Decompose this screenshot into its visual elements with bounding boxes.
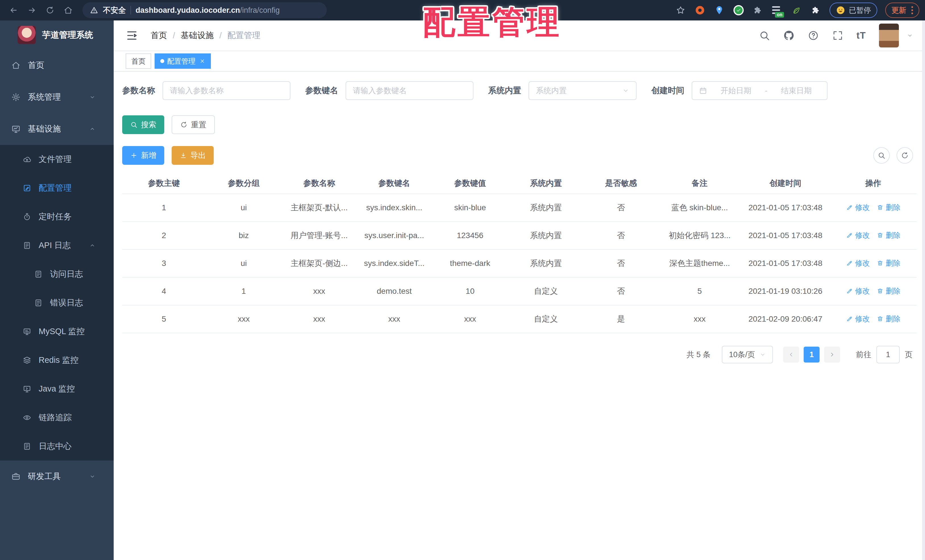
param-name-input[interactable] xyxy=(163,81,291,100)
user-avatar[interactable] xyxy=(879,24,899,47)
paused-extension-button[interactable]: 已暂停 xyxy=(830,3,877,18)
close-icon[interactable] xyxy=(199,58,205,64)
search-icon xyxy=(878,151,886,160)
sidebar-item[interactable]: 研发工具 xyxy=(0,461,114,492)
sidebar-item[interactable]: API 日志 xyxy=(0,231,114,260)
param-key-input[interactable] xyxy=(345,81,473,100)
tag-view[interactable]: 配置管理 xyxy=(155,53,211,69)
breadcrumb-item[interactable]: 配置管理 xyxy=(227,30,260,41)
table-cell: 蓝色 skin-blue... xyxy=(658,194,741,221)
extension-donut-icon[interactable] xyxy=(694,5,706,16)
delete-link[interactable]: 删除 xyxy=(877,203,901,212)
paused-label: 已暂停 xyxy=(849,5,871,15)
date-range-picker[interactable]: 开始日期 - 结束日期 xyxy=(692,81,827,100)
sidebar-item-label: 访问日志 xyxy=(50,268,83,280)
browser-address-bar[interactable]: 不安全 dashboard.yudao.iocoder.cn/infra/con… xyxy=(83,2,327,18)
fullscreen-icon[interactable] xyxy=(832,30,844,41)
sidebar-item[interactable]: 访问日志 xyxy=(0,260,114,288)
sidebar-item[interactable]: Redis 监控 xyxy=(0,346,114,375)
refresh-round-button[interactable] xyxy=(896,147,913,164)
edit-link-label: 修改 xyxy=(855,203,870,212)
export-button[interactable]: 导出 xyxy=(172,146,214,165)
browser-reload-button[interactable] xyxy=(42,2,58,18)
delete-link[interactable]: 删除 xyxy=(877,258,901,268)
breadcrumb-separator: / xyxy=(173,31,175,40)
line-icon xyxy=(772,6,780,8)
page-size-select[interactable]: 10条/页 xyxy=(722,346,773,363)
delete-link-label: 删除 xyxy=(886,258,901,268)
sidebar-item[interactable]: Java 监控 xyxy=(0,375,114,403)
sidebar-item[interactable]: 系统管理 xyxy=(0,81,114,113)
sidebar-item[interactable]: 文件管理 xyxy=(0,145,114,174)
column-header: 系统内置 xyxy=(508,173,584,194)
edit-link[interactable]: 修改 xyxy=(846,258,870,268)
sidebar-item-label: 首页 xyxy=(28,60,44,71)
browser-menu-kebab-icon[interactable] xyxy=(911,6,913,14)
table-cell: 5 xyxy=(122,305,205,333)
edit-link[interactable]: 修改 xyxy=(846,286,870,296)
table-cell: theme-dark xyxy=(432,250,508,277)
sidebar-item[interactable]: 配置管理 xyxy=(0,174,114,202)
delete-link[interactable]: 删除 xyxy=(877,286,901,296)
edit-link[interactable]: 修改 xyxy=(846,203,870,212)
sidebar-item[interactable]: 链路追踪 xyxy=(0,403,114,432)
table-cell: 2021-02-09 20:06:47 xyxy=(741,305,830,333)
sidebar-item[interactable]: 首页 xyxy=(0,50,114,81)
prev-page-button[interactable] xyxy=(783,347,799,363)
browser-back-button[interactable] xyxy=(6,2,22,18)
search-button[interactable]: 搜索 xyxy=(122,115,164,134)
puzzle-icon xyxy=(811,6,820,15)
table-cell: ui xyxy=(205,250,282,277)
delete-link[interactable]: 删除 xyxy=(877,314,901,324)
breadcrumb-item[interactable]: 首页 xyxy=(151,30,167,41)
sidebar-item[interactable]: 基础设施 xyxy=(0,113,114,145)
chevron-down-icon[interactable] xyxy=(907,32,913,39)
tag-view[interactable]: 首页 xyxy=(126,53,151,69)
breadcrumb-item[interactable]: 基础设施 xyxy=(181,30,214,41)
pencil-icon xyxy=(846,288,853,294)
page-1-button[interactable]: 1 xyxy=(804,347,820,363)
next-page-button[interactable] xyxy=(824,347,840,363)
page-scrollbar[interactable] xyxy=(922,21,925,560)
search-icon[interactable] xyxy=(759,30,770,41)
sidebar-item-label: MySQL 监控 xyxy=(39,326,85,337)
extension-pin-icon[interactable] xyxy=(714,5,725,16)
sidebar-item[interactable]: 日志中心 xyxy=(0,432,114,461)
config-table: 参数主键参数分组参数名称参数键名参数键值系统内置是否敏感备注创建时间操作 1ui… xyxy=(122,173,916,333)
timer-icon xyxy=(23,212,31,221)
bookmark-star-icon[interactable] xyxy=(675,5,686,16)
edit-link[interactable]: 修改 xyxy=(846,230,870,240)
search-toggle-round-button[interactable] xyxy=(873,147,890,164)
github-icon[interactable] xyxy=(783,30,795,41)
delete-link[interactable]: 删除 xyxy=(877,230,901,240)
font-size-icon[interactable]: tT xyxy=(857,30,866,41)
chevron-up-icon xyxy=(89,242,95,248)
browser-update-button[interactable]: 更新 xyxy=(885,3,919,18)
sidebar-item-label: 基础设施 xyxy=(28,123,61,135)
browser-home-button[interactable] xyxy=(60,2,76,18)
extension-puzzle-blue-icon[interactable] xyxy=(752,5,764,16)
chevron-down-icon xyxy=(89,94,95,100)
url-separator xyxy=(130,6,131,15)
edit-link[interactable]: 修改 xyxy=(846,314,870,324)
help-icon[interactable] xyxy=(807,30,819,41)
sidebar-item[interactable]: MySQL 监控 xyxy=(0,317,114,346)
builtin-select[interactable]: 系统内置 xyxy=(529,81,637,100)
reset-button[interactable]: 重置 xyxy=(172,115,215,134)
goto-page-input[interactable] xyxy=(877,346,900,363)
extension-on-badge-icon[interactable]: on xyxy=(771,5,783,16)
extensions-menu-icon[interactable] xyxy=(810,5,821,16)
browser-forward-button[interactable] xyxy=(24,2,40,18)
extension-leaf-icon[interactable] xyxy=(791,5,802,16)
extension-check-icon[interactable] xyxy=(733,5,744,16)
tagbar: 首页配置管理 xyxy=(114,51,925,72)
sidebar-item[interactable]: 定时任务 xyxy=(0,202,114,231)
table-cell: 系统内置 xyxy=(508,250,584,277)
on-badge: on xyxy=(775,12,784,18)
sidebar-item[interactable]: 错误日志 xyxy=(0,288,114,317)
table-cell: 2021-01-05 17:03:48 xyxy=(741,250,830,277)
tag-label: 配置管理 xyxy=(167,57,196,66)
pencil-icon xyxy=(846,204,853,211)
add-button[interactable]: 新增 xyxy=(122,146,164,165)
sidebar-collapse-button[interactable] xyxy=(126,29,138,42)
